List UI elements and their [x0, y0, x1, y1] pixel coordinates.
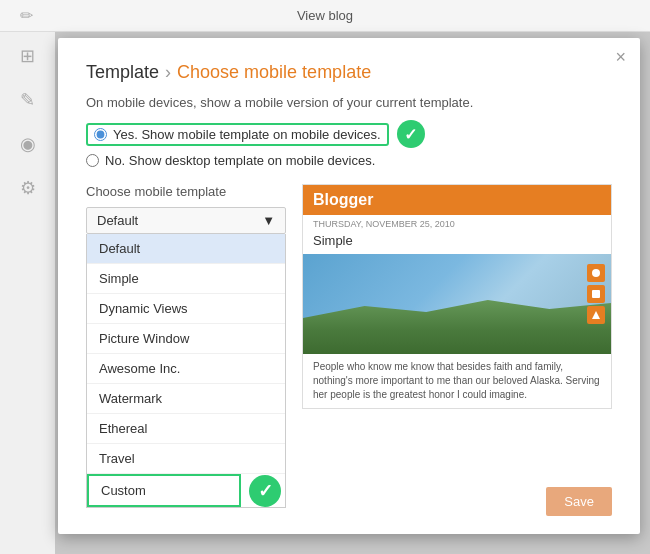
topbar-title: View blog	[297, 8, 353, 23]
radio-yes-input[interactable]	[94, 128, 107, 141]
radio-yes-label: Yes. Show mobile template on mobile devi…	[113, 127, 381, 142]
template-item-default[interactable]: Default	[87, 234, 285, 264]
template-item-simple[interactable]: Simple	[87, 264, 285, 294]
preview-icon-3	[587, 306, 605, 324]
template-item-dynamic-views[interactable]: Dynamic Views	[87, 294, 285, 324]
sidebar-icon-2: ✎	[14, 86, 42, 114]
template-item-travel[interactable]: Travel	[87, 444, 285, 474]
svg-rect-1	[592, 290, 600, 298]
breadcrumb: Template › Choose mobile template	[86, 62, 612, 83]
template-item-custom[interactable]: Custom	[87, 474, 241, 507]
preview-post-title: Simple	[303, 231, 611, 254]
radio-no-input[interactable]	[86, 154, 99, 167]
right-panel: Blogger Thursday, November 25, 2010 Simp…	[302, 184, 612, 508]
svg-point-0	[592, 269, 600, 277]
modal: × Template › Choose mobile template On m…	[58, 38, 640, 534]
template-item-picture-window[interactable]: Picture Window	[87, 324, 285, 354]
pencil-icon: ✏	[20, 6, 33, 25]
yes-check-circle: ✓	[397, 120, 425, 148]
radio-group: Yes. Show mobile template on mobile devi…	[86, 120, 612, 168]
breadcrumb-arrow: ›	[165, 62, 171, 83]
sidebar-icon-1: ⊞	[14, 42, 42, 70]
radio-no-option: No. Show desktop template on mobile devi…	[86, 153, 612, 168]
preview-blog-name: Blogger	[303, 185, 611, 215]
yes-label-box: Yes. Show mobile template on mobile devi…	[86, 123, 389, 146]
preview-body-text: People who know me know that besides fai…	[303, 354, 611, 408]
custom-check-circle: ✓	[249, 475, 281, 507]
close-button[interactable]: ×	[615, 48, 626, 66]
content-area: Choose mobile template Default ▼ Default…	[86, 184, 612, 508]
template-item-ethereal[interactable]: Ethereal	[87, 414, 285, 444]
template-item-awesome-inc[interactable]: Awesome Inc.	[87, 354, 285, 384]
left-panel: Choose mobile template Default ▼ Default…	[86, 184, 286, 508]
top-bar: ✏ View blog	[0, 0, 650, 32]
dropdown-value: Default	[97, 213, 138, 228]
sidebar-icon-3: ◉	[14, 130, 42, 158]
dropdown-arrow-icon: ▼	[262, 213, 275, 228]
radio-yes-option: Yes. Show mobile template on mobile devi…	[86, 120, 612, 148]
preview-image	[303, 254, 611, 354]
preview-card: Blogger Thursday, November 25, 2010 Simp…	[302, 184, 612, 409]
template-item-watermark[interactable]: Watermark	[87, 384, 285, 414]
description-text: On mobile devices, show a mobile version…	[86, 95, 612, 110]
save-button[interactable]: Save	[546, 487, 612, 516]
choose-label: Choose mobile template	[86, 184, 286, 199]
sidebar-left: ⊞ ✎ ◉ ⚙	[0, 32, 55, 554]
preview-date: Thursday, November 25, 2010	[303, 215, 611, 231]
sidebar-icon-4: ⚙	[14, 174, 42, 202]
template-dropdown[interactable]: Default ▼	[86, 207, 286, 234]
template-list: Default Simple Dynamic Views Picture Win…	[86, 234, 286, 508]
preview-icons	[587, 264, 605, 324]
preview-icon-1	[587, 264, 605, 282]
preview-icon-2	[587, 285, 605, 303]
breadcrumb-current: Choose mobile template	[177, 62, 371, 83]
radio-no-label: No. Show desktop template on mobile devi…	[105, 153, 375, 168]
breadcrumb-template: Template	[86, 62, 159, 83]
preview-cliff	[303, 294, 611, 354]
svg-marker-2	[592, 311, 600, 319]
